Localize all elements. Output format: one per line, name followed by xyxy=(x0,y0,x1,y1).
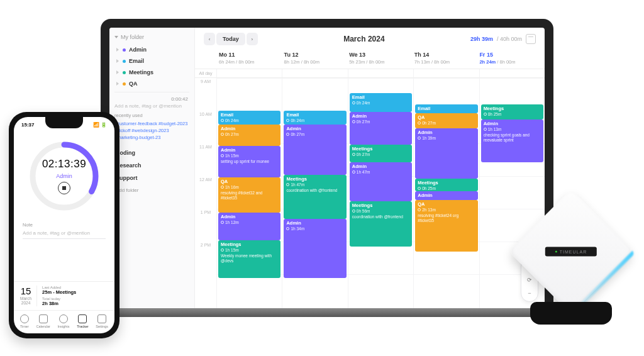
calendar-event[interactable]: Meetings 1h 47m coordination with @front… xyxy=(284,175,346,219)
day-column[interactable]: Email 0h 24m Admin 0h 27m Meetings 0h 27… xyxy=(348,78,413,308)
clock-icon xyxy=(352,101,355,104)
sidebar-item-label: Meetings xyxy=(129,69,153,75)
sidebar-note-placeholder[interactable]: Add a note, #tag or @mention xyxy=(114,103,189,109)
sidebar-item-label: QA xyxy=(129,81,138,87)
next-button[interactable]: › xyxy=(247,33,258,45)
calendar-icon xyxy=(39,314,48,323)
calendar-event[interactable]: Email 0h 24m xyxy=(218,111,280,125)
calendar-event[interactable]: Email 0h 24m xyxy=(350,93,412,112)
chevron-icon xyxy=(116,70,119,74)
event-title: Meetings xyxy=(352,203,409,209)
calendar-event[interactable]: Meetings 0h 25m xyxy=(415,179,477,191)
day-name: We 13 xyxy=(349,52,409,58)
folder-header[interactable]: My folder xyxy=(114,34,189,40)
note-label: Note xyxy=(23,222,106,228)
day-column[interactable]: Email 0h 24m Admin 0h 27m Meetings 1h 47… xyxy=(282,78,347,308)
calendar-event[interactable]: Admin 1h 34m xyxy=(284,219,346,278)
tab-calendar[interactable]: Calendar xyxy=(36,314,50,328)
calendar-event[interactable]: Admin 1h 12m xyxy=(218,213,280,240)
sidebar-item[interactable]: Email xyxy=(114,55,189,67)
recent-tag[interactable]: #customer-feedback #budget-2023 xyxy=(114,121,189,126)
event-note: coordination with @frontend xyxy=(286,188,343,192)
event-title: Email xyxy=(352,95,409,101)
recent-tag[interactable]: #kickoff #webdesign-2023 xyxy=(114,128,189,133)
calendar-event[interactable]: Admin 0h 27m xyxy=(350,112,412,145)
event-duration: 0h 25m xyxy=(418,186,475,191)
day-header[interactable]: Th 14 7h 13m / 8h 00m xyxy=(412,50,477,66)
clock-icon xyxy=(352,170,355,174)
calendar-event[interactable]: QA 1h 16m resolving #ticket32 and #ticke… xyxy=(218,177,280,213)
today-button[interactable]: Today xyxy=(216,33,245,45)
settings-icon xyxy=(97,314,106,323)
calendar-event[interactable]: Admin 1h 13m checking sprint goals and r… xyxy=(481,120,543,162)
tab-tracker[interactable]: Tracker xyxy=(77,314,88,328)
color-dot-icon xyxy=(123,48,126,52)
day-header[interactable]: We 13 5h 23m / 8h 00m xyxy=(347,50,412,66)
clock-icon xyxy=(221,186,224,189)
day-name: Th 14 xyxy=(414,52,475,58)
footer-date: 15 March 2024 xyxy=(20,286,37,306)
calendar-event[interactable]: QA 0h 27m xyxy=(415,113,477,128)
day-column[interactable]: Email QA 0h 27m Admin 1h 39m Meetings 0h… xyxy=(413,78,479,308)
calendar-event[interactable]: Admin 1h 47m xyxy=(350,162,412,201)
calendar-event[interactable]: Admin 0h 27m xyxy=(284,125,346,175)
event-duration: 0h 27m xyxy=(286,132,343,136)
calendar-event[interactable]: Email xyxy=(415,104,477,113)
folder-label: My folder xyxy=(121,34,144,40)
day-header[interactable]: Tu 12 8h 12m / 8h 00m xyxy=(282,50,347,66)
sidebar-item[interactable]: QA xyxy=(114,78,189,89)
recently-used-label: recently used xyxy=(114,113,189,118)
color-dot-icon xyxy=(123,60,126,63)
recent-tag[interactable]: #marketing-budget-23 xyxy=(114,135,189,140)
clock-icon xyxy=(286,227,289,230)
date-nav-group: ‹ Today › xyxy=(204,33,258,45)
event-duration: 1h 15m xyxy=(221,153,278,158)
calendar-event[interactable]: Admin 0h 27m xyxy=(218,125,280,146)
sidebar-item[interactable]: Admin xyxy=(114,44,189,55)
hour-label: 2 PM xyxy=(195,242,216,274)
calendar-event[interactable]: Admin xyxy=(415,191,477,200)
add-folder-button[interactable]: Add folder xyxy=(114,184,189,196)
calendar-event[interactable]: Admin 1h 39m xyxy=(415,128,477,179)
calendar-event[interactable]: Admin 1h 15m setting up sprint for monee xyxy=(218,146,280,177)
sidebar-project[interactable]: Research xyxy=(114,159,189,172)
hour-label: 9 AM xyxy=(195,78,216,111)
calendar-event[interactable]: Meetings 0h 27m xyxy=(350,145,412,162)
day-column[interactable]: Email 0h 24m Admin 0h 27m Admin 1h 15m s… xyxy=(216,78,282,308)
tab-settings[interactable]: Settings xyxy=(96,314,108,328)
laptop-mockup: My folder AdminEmailMeetingsQA 0:00:42 A… xyxy=(101,19,553,321)
day-header[interactable]: Fr 15 2h 24m / 8h 00m xyxy=(477,50,542,66)
sidebar-project[interactable]: Coding xyxy=(114,147,189,159)
tab-insights[interactable]: Insights xyxy=(58,314,70,328)
events-grid: Email 0h 24m Admin 0h 27m Admin 1h 15m s… xyxy=(216,78,545,308)
calendar-event[interactable]: Meetings 0h 56m coordination with @front… xyxy=(350,201,412,247)
calendar-event[interactable]: Email 0h 24m xyxy=(284,111,346,125)
stop-button[interactable] xyxy=(58,182,70,194)
event-duration: 1h 47m xyxy=(352,170,409,174)
sidebar-project[interactable]: Support xyxy=(114,172,189,184)
bottom-tabs: Timer Calendar Insights Tracker Settings xyxy=(14,310,114,333)
tracker-base xyxy=(530,302,612,325)
tab-timer[interactable]: Timer xyxy=(20,314,29,328)
event-title: Email xyxy=(221,113,278,118)
sidebar-item-label: Admin xyxy=(129,47,147,53)
calendar-main: ‹ Today › March 2024 29h 39m / 40h 00m M… xyxy=(195,28,545,308)
tracker-device: TIMEULAR xyxy=(508,199,634,325)
clock-icon xyxy=(352,153,355,156)
prev-button[interactable]: ‹ xyxy=(204,33,215,45)
day-headers: Mo 11 6h 24m / 8h 00m Tu 12 8h 12m / 8h … xyxy=(195,50,545,69)
calendar-event[interactable]: QA 2h 13m resolving #ticket24 org #ticke… xyxy=(415,200,477,252)
sidebar-item[interactable]: Meetings xyxy=(114,67,189,78)
calendar-icon[interactable] xyxy=(526,34,536,44)
hour-label: 11 AM xyxy=(195,143,216,176)
clock-icon xyxy=(484,128,487,131)
calendar-event[interactable]: Meetings 0h 25m xyxy=(481,104,543,120)
note-input[interactable]: Add a note, #tag or @mention xyxy=(23,230,106,239)
day-header[interactable]: Mo 11 6h 24m / 8h 00m xyxy=(216,50,282,66)
day-summary: 5h 23m / 8h 00m xyxy=(349,59,409,65)
tab-label: Insights xyxy=(58,325,70,328)
calendar-event[interactable]: Meetings 1h 15m Weekly monee meeting wit… xyxy=(218,240,280,278)
tab-label: Tracker xyxy=(77,325,88,328)
event-duration: 1h 16m xyxy=(221,185,278,189)
clock-icon xyxy=(418,187,421,190)
